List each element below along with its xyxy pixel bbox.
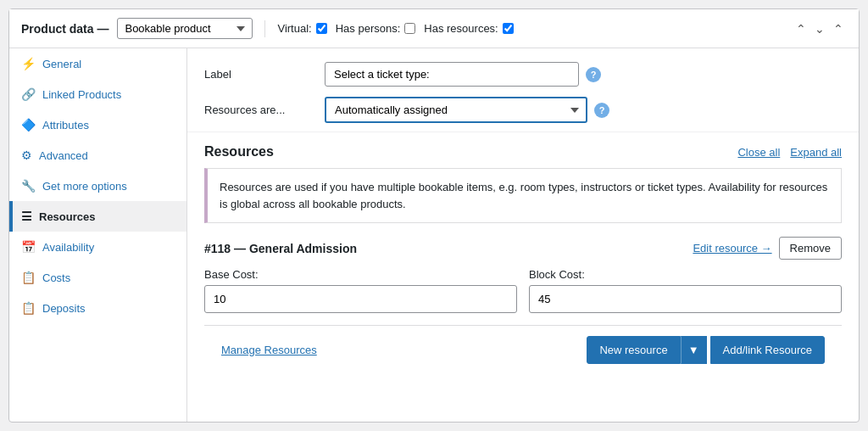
sidebar-item-availability[interactable]: 📅 Availability	[9, 232, 186, 262]
base-cost-label: Base Cost:	[204, 268, 517, 281]
has-resources-checkbox[interactable]	[503, 23, 514, 34]
product-data-label: Product data —	[21, 22, 108, 36]
sidebar-item-label-general: General	[42, 58, 81, 70]
resources-are-help-icon[interactable]: ?	[594, 103, 609, 118]
block-cost-input[interactable]	[529, 285, 842, 313]
resource-item-title: #118 — General Admission	[204, 242, 357, 255]
general-icon: ⚡	[21, 57, 36, 70]
header-arrows: ⌃ ⌄ ⌃	[793, 21, 847, 36]
edit-resource-button[interactable]: Edit resource →	[693, 242, 771, 255]
product-data-header: Product data — Bookable product Virtual:…	[9, 9, 859, 48]
cost-fields: Base Cost: Block Cost:	[204, 268, 842, 313]
virtual-checkbox-group: Virtual:	[277, 22, 326, 35]
availability-icon: 📅	[21, 240, 36, 254]
sidebar-item-deposits[interactable]: 📋 Deposits	[9, 293, 186, 323]
sidebar-item-advanced[interactable]: ⚙ Advanced	[9, 140, 186, 171]
collapse-toggle-button[interactable]: ⌃	[830, 21, 847, 36]
label-input[interactable]	[325, 62, 579, 87]
collapse-down-button[interactable]: ⌄	[811, 21, 828, 36]
product-type-select[interactable]: Bookable product	[117, 18, 253, 39]
new-resource-button[interactable]: New resource	[587, 336, 680, 364]
form-section: Label ? Resources are... Automatically a…	[187, 48, 859, 132]
has-persons-checkbox-group: Has persons:	[336, 22, 416, 35]
block-cost-label: Block Cost:	[529, 268, 842, 281]
resources-are-row: Resources are... Automatically assigned …	[204, 97, 842, 123]
resource-item: #118 — General Admission Edit resource →…	[204, 237, 842, 313]
virtual-checkbox[interactable]	[316, 23, 327, 34]
resources-are-field-group: Automatically assigned Customer selected…	[325, 97, 842, 123]
add-link-resource-button[interactable]: Add/link Resource	[710, 336, 826, 364]
base-cost-input[interactable]	[204, 285, 517, 313]
deposits-icon: 📋	[21, 301, 36, 315]
label-field-label: Label	[204, 68, 314, 81]
linked-products-icon: 🔗	[21, 87, 36, 101]
sidebar-item-label-get-more-options: Get more options	[42, 180, 127, 193]
resources-are-select[interactable]: Automatically assigned Customer selected	[325, 97, 587, 123]
resources-are-label: Resources are...	[204, 104, 314, 116]
close-all-button[interactable]: Close all	[737, 146, 780, 159]
has-persons-checkbox[interactable]	[404, 23, 415, 34]
remove-resource-button[interactable]: Remove	[779, 237, 842, 260]
manage-resources-link[interactable]: Manage Resources	[221, 344, 317, 356]
get-more-options-icon: 🔧	[21, 179, 36, 193]
resources-section: Resources Close all Expand all Resources…	[187, 132, 859, 386]
footer-buttons: New resource ▼ Add/link Resource	[587, 336, 825, 364]
costs-icon: 📋	[21, 271, 36, 284]
attributes-icon: 🔷	[21, 118, 36, 132]
resources-title: Resources	[204, 144, 274, 160]
resource-item-header: #118 — General Admission Edit resource →…	[204, 237, 842, 260]
resources-icon: ☰	[21, 210, 32, 223]
label-help-icon[interactable]: ?	[586, 67, 601, 82]
expand-all-button[interactable]: Expand all	[790, 146, 842, 159]
new-resource-dropdown-button[interactable]: ▼	[681, 336, 707, 364]
sidebar-item-label-deposits: Deposits	[42, 302, 86, 315]
advanced-icon: ⚙	[21, 148, 32, 162]
sidebar-item-label-advanced: Advanced	[39, 149, 88, 162]
footer-bar: Manage Resources New resource ▼ Add/link…	[204, 325, 842, 374]
main-content: ⚡ General 🔗 Linked Products 🔷 Attributes…	[9, 48, 859, 422]
resource-item-actions: Edit resource → Remove	[693, 237, 842, 260]
collapse-up-button[interactable]: ⌃	[793, 21, 810, 36]
sidebar-item-costs[interactable]: 📋 Costs	[9, 262, 186, 293]
base-cost-field: Base Cost:	[204, 268, 517, 313]
resources-info-box: Resources are used if you have multiple …	[204, 168, 842, 223]
sidebar-item-label-linked-products: Linked Products	[42, 88, 121, 101]
has-resources-label: Has resources:	[424, 22, 498, 35]
has-persons-label: Has persons:	[336, 22, 401, 35]
content-panel: Label ? Resources are... Automatically a…	[187, 48, 859, 422]
sidebar-item-linked-products[interactable]: 🔗 Linked Products	[9, 79, 186, 109]
sidebar-item-label-availability: Availability	[42, 241, 94, 254]
sidebar-item-get-more-options[interactable]: 🔧 Get more options	[9, 171, 186, 201]
resources-header-row: Resources Close all Expand all	[204, 144, 842, 160]
sidebar-item-resources[interactable]: ☰ Resources	[9, 201, 186, 232]
sidebar-item-general[interactable]: ⚡ General	[9, 48, 186, 79]
sidebar-item-label-attributes: Attributes	[42, 119, 89, 132]
resources-info-text: Resources are used if you have multiple …	[220, 181, 827, 210]
sidebar-item-label-resources: Resources	[39, 210, 95, 223]
sidebar: ⚡ General 🔗 Linked Products 🔷 Attributes…	[9, 48, 187, 422]
has-resources-checkbox-group: Has resources:	[424, 22, 513, 35]
label-field-group: ?	[325, 62, 842, 87]
label-row: Label ?	[204, 62, 842, 87]
sidebar-item-attributes[interactable]: 🔷 Attributes	[9, 109, 186, 140]
block-cost-field: Block Cost:	[529, 268, 842, 313]
virtual-label: Virtual:	[277, 22, 311, 35]
close-expand-links: Close all Expand all	[737, 146, 842, 159]
sidebar-item-label-costs: Costs	[42, 271, 70, 284]
new-resource-label: New resource	[599, 344, 667, 356]
header-divider	[264, 20, 265, 37]
